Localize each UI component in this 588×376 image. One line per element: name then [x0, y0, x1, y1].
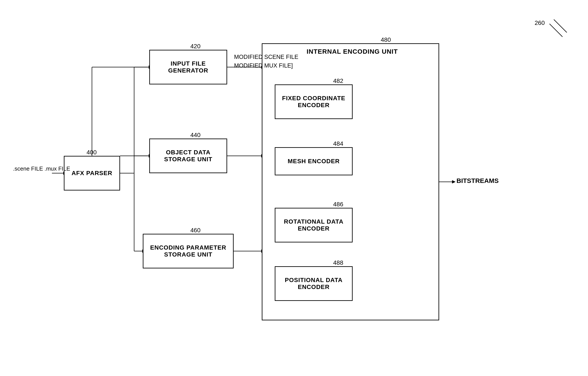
modified-mux-file-label: MODIFIED MUX FILE]: [234, 62, 293, 69]
positional-data-encoder-label: POSITIONAL DATAENCODER: [285, 277, 343, 290]
mesh-encoder-box: MESH ENCODER: [275, 147, 353, 175]
input-file-generator-label: INPUT FILEGENERATOR: [168, 60, 208, 74]
mesh-encoder-label: MESH ENCODER: [288, 158, 340, 165]
modified-scene-file-label: MODIFIED SCENE FILE: [234, 54, 298, 60]
fixed-coord-encoder-ref: 482: [333, 77, 343, 85]
svg-line-25: [554, 20, 567, 32]
encoding-param-storage-box: ENCODING PARAMETERSTORAGE UNIT: [143, 234, 234, 269]
input-file-generator-ref: 420: [190, 43, 200, 50]
svg-line-24: [549, 24, 562, 37]
object-data-storage-ref: 440: [190, 132, 200, 139]
input-files-label: .scene FILE .mux FILE: [13, 164, 70, 173]
afx-parser-box: AFX PARSER: [64, 156, 120, 191]
internal-encoding-unit-label: INTERNAL ENCODING UNIT: [306, 48, 398, 55]
positional-data-encoder-box: POSITIONAL DATAENCODER: [275, 266, 353, 301]
fixed-coord-encoder-box: FIXED COORDINATEENCODER: [275, 85, 353, 119]
afx-parser-label: AFX PARSER: [72, 170, 112, 177]
fixed-coord-encoder-label: FIXED COORDINATEENCODER: [282, 95, 345, 109]
rotational-data-encoder-box: ROTATIONAL DATAENCODER: [275, 208, 353, 242]
input-file-generator-box: INPUT FILEGENERATOR: [149, 50, 227, 85]
encoding-param-storage-ref: 460: [190, 227, 200, 234]
object-data-storage-box: OBJECT DATASTORAGE UNIT: [149, 139, 227, 173]
rotational-data-encoder-label: ROTATIONAL DATAENCODER: [284, 218, 343, 232]
bitstreams-label: BITSTREAMS: [456, 177, 499, 184]
encoding-param-storage-label: ENCODING PARAMETERSTORAGE UNIT: [150, 244, 226, 258]
rotational-data-encoder-ref: 486: [333, 201, 343, 208]
positional-data-encoder-ref: 488: [333, 259, 343, 266]
diagram: 260: [0, 0, 588, 376]
svg-marker-23: [452, 180, 455, 183]
object-data-storage-label: OBJECT DATASTORAGE UNIT: [164, 149, 212, 163]
mesh-encoder-ref: 484: [333, 140, 343, 147]
afx-parser-ref: 400: [86, 149, 97, 156]
internal-encoding-unit-ref: 480: [381, 36, 391, 43]
